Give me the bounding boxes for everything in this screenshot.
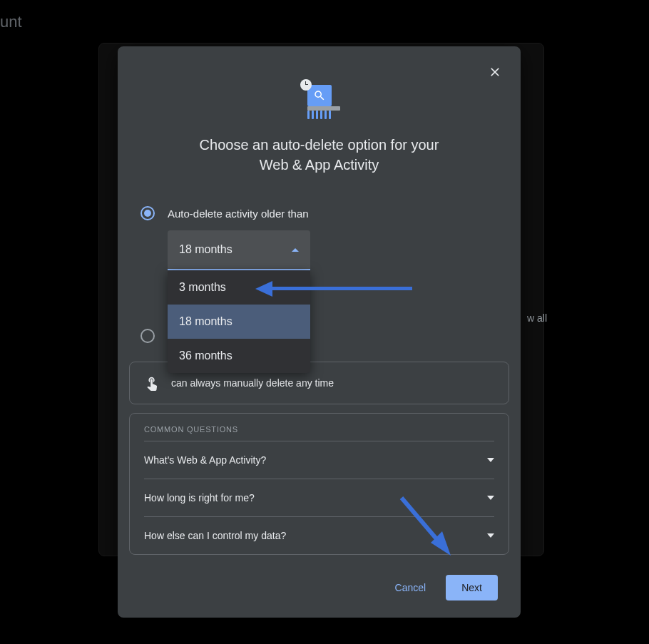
- faq-section: COMMON QUESTIONS What's Web & App Activi…: [129, 413, 509, 555]
- faq-header: COMMON QUESTIONS: [144, 414, 494, 441]
- faq-item-what-is[interactable]: What's Web & App Activity?: [144, 441, 494, 479]
- duration-dropdown: 3 months 18 months 36 months: [168, 270, 310, 373]
- dropdown-option-36-months[interactable]: 36 months: [168, 339, 310, 373]
- magnifier-icon: [313, 89, 326, 102]
- radio-selected-icon[interactable]: [140, 206, 155, 220]
- caret-up-icon: [292, 248, 299, 252]
- dropdown-option-18-months[interactable]: 18 months: [168, 305, 310, 339]
- faq-item-how-else[interactable]: How else can I control my data?: [144, 516, 494, 554]
- bg-view-all-fragment: w all: [527, 312, 547, 324]
- radio-option-auto-delete[interactable]: Auto-delete activity older than: [140, 206, 498, 220]
- radio-group: Auto-delete activity older than 18 month…: [140, 206, 498, 343]
- select-current-value: 18 months: [179, 243, 232, 256]
- cancel-button[interactable]: Cancel: [384, 575, 438, 600]
- dropdown-option-3-months[interactable]: 3 months: [168, 270, 310, 305]
- bg-partial-text: unt: [0, 13, 22, 31]
- duration-select[interactable]: 18 months 3 months 18 months 36 months: [168, 230, 310, 270]
- dialog-title: Choose an auto-delete option for your We…: [146, 135, 492, 175]
- tip-text: can always manually delete any time: [171, 377, 334, 389]
- chevron-down-icon: [487, 496, 494, 500]
- next-button[interactable]: Next: [446, 575, 498, 600]
- radio-label-auto-delete: Auto-delete activity older than: [168, 208, 309, 220]
- auto-delete-dialog: Choose an auto-delete option for your We…: [118, 46, 521, 618]
- select-field[interactable]: 18 months: [168, 230, 310, 270]
- close-icon: [488, 65, 502, 79]
- shredder-hero-icon: [118, 85, 521, 106]
- clock-icon: [300, 79, 312, 91]
- close-button[interactable]: [482, 59, 508, 85]
- radio-unselected-icon[interactable]: [140, 329, 155, 343]
- chevron-down-icon: [487, 533, 494, 538]
- chevron-down-icon: [487, 458, 494, 462]
- faq-item-how-long[interactable]: How long is right for me?: [144, 479, 494, 516]
- dialog-actions: Cancel Next: [140, 575, 498, 600]
- tap-hand-icon: [144, 375, 160, 391]
